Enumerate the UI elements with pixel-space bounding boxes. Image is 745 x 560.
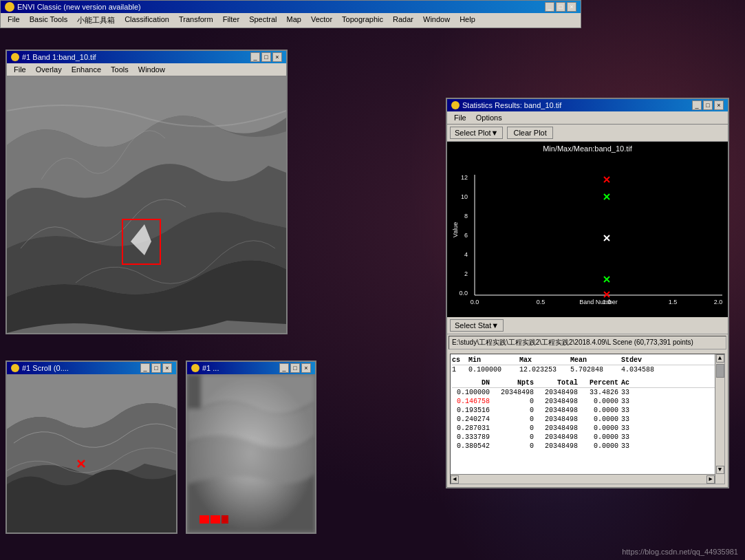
col-mean: Mean: [570, 356, 618, 364]
main-menubar: File Basic Tools 小能工具箱 Classification Tr…: [1, 13, 581, 28]
menu-window[interactable]: Window: [419, 14, 454, 27]
horizontal-scrollbar[interactable]: ◄ ►: [451, 474, 715, 484]
stats-menu-options[interactable]: Options: [472, 112, 506, 123]
band-menu-overlay[interactable]: Overlay: [32, 64, 66, 75]
svg-text:8: 8: [464, 213, 468, 219]
scroll-right-button[interactable]: ►: [706, 475, 715, 484]
terrain-svg: [7, 76, 286, 333]
scroll-thumb[interactable]: [716, 364, 724, 378]
scroll-icon: [11, 364, 19, 372]
zoom-maximize[interactable]: □: [290, 363, 300, 373]
band-menu-enhance[interactable]: Enhance: [67, 64, 105, 75]
svg-rect-7: [210, 515, 220, 524]
zoom-terrain-svg: [187, 374, 315, 532]
close-button[interactable]: ×: [567, 2, 576, 12]
scroll-title-left: #1 Scroll (0....: [11, 364, 69, 372]
band-menu-tools[interactable]: Tools: [107, 64, 133, 75]
band-menu-file[interactable]: File: [10, 64, 30, 75]
col-min: Min: [468, 356, 517, 364]
svg-text:0.0: 0.0: [459, 290, 468, 297]
stats-close[interactable]: ×: [714, 100, 724, 110]
select-stat-label: Select Stat▼: [455, 321, 499, 330]
stats-data-area: cs Min Max Mean Stdev 1 0.100000 12.0232…: [447, 351, 728, 487]
menu-basic-tools[interactable]: Basic Tools: [25, 14, 72, 27]
scroll-terrain-svg: [7, 374, 176, 532]
zoom-close[interactable]: ×: [301, 363, 311, 373]
zoom-titlebar: #1 ... _ □ ×: [187, 362, 315, 374]
stats-titlebar: Statistics Results: band_10.tif _ □ ×: [447, 99, 728, 111]
zoom-controls: _ □ ×: [279, 363, 311, 373]
stats-controls: _ □ ×: [692, 100, 724, 110]
menu-spectral[interactable]: Spectral: [245, 14, 281, 27]
band-close[interactable]: ×: [272, 52, 282, 62]
menu-vector[interactable]: Vector: [307, 14, 336, 27]
col-stdev: Stdev: [621, 356, 669, 364]
svg-text:0.0: 0.0: [471, 299, 479, 305]
scroll-controls: _ □ ×: [140, 363, 172, 373]
scroll-down-button[interactable]: ▼: [716, 466, 724, 474]
stats-plot-svg: Value 0.0 2 4 6 8 10 12 0.0 0.5 1.0 1.5 …: [447, 154, 728, 305]
scroll-window: #1 Scroll (0.... _ □ ×: [6, 360, 177, 534]
zoom-minimize[interactable]: _: [279, 363, 289, 373]
vertical-scrollbar[interactable]: ▲ ▼: [715, 354, 724, 484]
stats-toolbar2: Select Stat▼: [447, 317, 728, 334]
stats-window: Statistics Results: band_10.tif _ □ × Fi…: [446, 98, 729, 488]
stats-table[interactable]: cs Min Max Mean Stdev 1 0.100000 12.0232…: [450, 354, 725, 484]
band-minimize[interactable]: _: [250, 52, 260, 62]
menu-filter[interactable]: Filter: [219, 14, 244, 27]
menu-map[interactable]: Map: [283, 14, 305, 27]
plot-title: Min/Max/Mean:band_10.tif: [447, 142, 728, 154]
band-icon: [11, 53, 19, 61]
stats-menubar: File Options: [447, 111, 728, 125]
band-menu-window[interactable]: Window: [134, 64, 169, 75]
stats-title-left: Statistics Results: band_10.tif: [451, 101, 561, 109]
y-axis-label: Value: [452, 222, 459, 237]
clear-plot-button[interactable]: Clear Plot: [507, 127, 552, 139]
stats-dn-header: DN Npts Total Percent Ac: [452, 378, 723, 388]
select-plot-label: Select Plot▼: [455, 129, 498, 137]
main-toolbar: ENVI Classic (new version available) _ □…: [0, 0, 581, 28]
menu-topographic[interactable]: Topographic: [338, 14, 387, 27]
band-maximize[interactable]: □: [261, 52, 271, 62]
menu-tools-cn[interactable]: 小能工具箱: [73, 14, 119, 27]
scroll-left-button[interactable]: ◄: [451, 475, 459, 484]
menu-transform[interactable]: Transform: [175, 14, 217, 27]
app-title: ENVI Classic (new version available): [17, 3, 141, 11]
svg-text:2.0: 2.0: [714, 299, 723, 305]
scroll-maximize[interactable]: □: [151, 363, 161, 373]
stats-maximize[interactable]: □: [703, 100, 713, 110]
maximize-button[interactable]: □: [556, 2, 565, 12]
envi-icon: [5, 2, 14, 12]
scroll-close[interactable]: ×: [162, 363, 172, 373]
title-controls: _ □ ×: [545, 2, 576, 12]
stats-minimize[interactable]: _: [692, 100, 702, 110]
zoom-title: #1 ...: [202, 364, 219, 372]
menu-help[interactable]: Help: [455, 14, 479, 27]
stats-path: E:\study\工程实践\工程实践2\工程实践2\2018.4.09\L Sc…: [449, 336, 726, 349]
band-image-content: [7, 76, 286, 333]
col-max: Max: [519, 356, 568, 364]
svg-text:2: 2: [464, 270, 468, 277]
title-left: ENVI Classic (new version available): [5, 2, 141, 12]
scroll-up-button[interactable]: ▲: [716, 354, 724, 363]
scroll-title: #1 Scroll (0....: [22, 364, 69, 372]
menu-file[interactable]: File: [3, 14, 24, 27]
minimize-button[interactable]: _: [545, 2, 554, 12]
scroll-minimize[interactable]: _: [140, 363, 150, 373]
select-stat-button[interactable]: Select Stat▼: [450, 319, 504, 332]
stats-header-row: cs Min Max Mean Stdev: [452, 356, 723, 365]
select-plot-button[interactable]: Select Plot▼: [450, 127, 503, 139]
menu-classification[interactable]: Classification: [120, 14, 173, 27]
svg-text:12: 12: [461, 174, 468, 181]
menu-radar[interactable]: Radar: [389, 14, 418, 27]
url-text: https://blog.csdn.net/qq_44935981: [622, 548, 738, 556]
band-controls: _ □ ×: [250, 52, 282, 62]
band-title: #1 Band 1:band_10.tif: [22, 53, 96, 61]
dn-row-4: 0.240274 0 20348498 0.0000 33: [452, 415, 723, 424]
stats-menu-file[interactable]: File: [450, 112, 471, 123]
band-titlebar: #1 Band 1:band_10.tif _ □ ×: [7, 51, 286, 63]
stats-toolbar: Select Plot▼ Clear Plot: [447, 125, 728, 142]
svg-text:10: 10: [461, 193, 468, 200]
scroll-image: [7, 374, 176, 532]
main-title-bar: ENVI Classic (new version available) _ □…: [1, 1, 581, 13]
